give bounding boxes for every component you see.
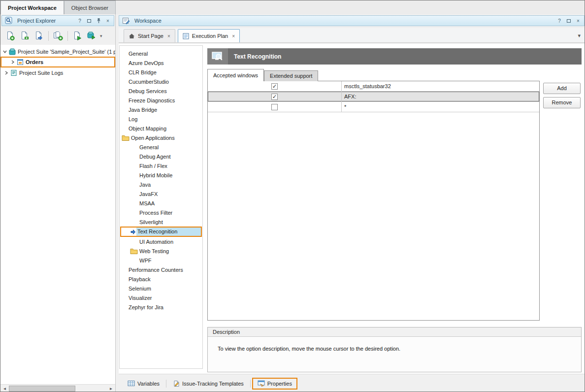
settings-item-label: Silverlight — [139, 219, 163, 225]
tab-issue-tracking-templates[interactable]: Issue-Tracking Templates — [168, 378, 249, 389]
settings-item-java-bridge[interactable]: Java Bridge — [120, 105, 202, 114]
settings-item-msaa[interactable]: MSAA — [120, 198, 202, 208]
help-button[interactable]: ? — [76, 17, 83, 25]
pin-button[interactable] — [95, 17, 102, 25]
tab-project-workspace-label: Project Workspace — [8, 5, 57, 11]
execution-plan-icon — [183, 33, 189, 39]
settings-item-performance-counters[interactable]: Performance Counters — [120, 265, 202, 274]
window-mask-row[interactable]: ✓msctls_statusbar32 — [208, 81, 539, 92]
settings-item-object-mapping[interactable]: Object Mapping — [120, 124, 202, 133]
settings-item-text-recognition[interactable]: Text Recognition — [120, 227, 202, 237]
window-mask-row[interactable]: ✓AFX: — [208, 92, 539, 102]
close-panel-button[interactable]: × — [575, 17, 582, 25]
settings-item-label: Flash / Flex — [139, 163, 167, 169]
settings-item-visualizer[interactable]: Visualizer — [120, 293, 202, 302]
doc-tab-execution-plan[interactable]: Execution Plan × — [178, 29, 240, 42]
tab-properties-label: Properties — [267, 381, 292, 387]
settings-item-cucumberstudio[interactable]: CucumberStudio — [120, 77, 202, 86]
settings-item-open-applications[interactable]: Open Applications — [120, 133, 202, 142]
settings-item-silverlight[interactable]: Silverlight — [120, 217, 202, 227]
close-tab-icon[interactable]: × — [232, 33, 235, 39]
settings-item-playback[interactable]: Playback — [120, 274, 202, 284]
add-existing-item-button[interactable] — [52, 30, 65, 42]
mask-checkbox[interactable]: ✓ — [271, 94, 278, 100]
tab-extended-support[interactable]: Extended support — [264, 70, 318, 81]
settings-item-hybrid-mobile[interactable]: Hybrid Mobile — [120, 170, 202, 180]
accepted-windows-table[interactable]: ✓msctls_statusbar32✓AFX:* — [207, 81, 540, 321]
tab-accepted-windows[interactable]: Accepted windows — [207, 69, 264, 81]
expand-collapse-icon[interactable] — [3, 70, 10, 75]
project-icon — [17, 59, 24, 65]
mask-text-cell[interactable]: AFX: — [342, 92, 539, 101]
settings-item-javafx[interactable]: JavaFX — [120, 189, 202, 198]
scrollbar-thumb[interactable] — [9, 386, 75, 392]
settings-item-label: Azure DevOps — [129, 60, 164, 66]
settings-item-web-testing[interactable]: Web Testing — [120, 246, 202, 256]
settings-item-clr-bridge[interactable]: CLR Bridge — [120, 67, 202, 77]
settings-item-debug-services[interactable]: Debug Services — [120, 86, 202, 96]
add-new-project-button[interactable] — [18, 30, 31, 42]
application-window: Project Workspace Object Browser Project… — [0, 0, 585, 392]
settings-tree: GeneralAzure DevOpsCLR BridgeCucumberStu… — [119, 45, 203, 369]
workspace-panel: Workspace ? × Start Page × Execution Pla… — [119, 14, 585, 392]
remove-button[interactable]: Remove — [543, 97, 581, 108]
doc-tab-start-page[interactable]: Start Page × — [124, 29, 175, 42]
settings-item-freeze-diagnostics[interactable]: Freeze Diagnostics — [120, 96, 202, 105]
settings-item-general[interactable]: General — [120, 49, 202, 58]
help-button[interactable]: ? — [556, 17, 563, 25]
tab-list-dropdown-icon[interactable]: ▾ — [578, 33, 581, 39]
close-tab-icon[interactable]: × — [167, 33, 170, 39]
add-button[interactable]: Add — [543, 83, 581, 94]
settings-item-label: MSAA — [139, 200, 155, 206]
run-project-icon — [72, 31, 82, 41]
mask-checkbox[interactable]: ✓ — [271, 83, 278, 90]
settings-item-wpf[interactable]: WPF — [120, 256, 202, 265]
settings-item-label: Zephyr for Jira — [129, 304, 163, 310]
expand-collapse-icon[interactable] — [1, 49, 8, 54]
tab-project-workspace[interactable]: Project Workspace — [0, 0, 64, 14]
settings-item-ui-automation[interactable]: UI Automation — [120, 237, 202, 246]
settings-item-general[interactable]: General — [120, 142, 202, 152]
window-mask-row[interactable]: * — [208, 102, 539, 112]
tab-properties[interactable]: Properties — [252, 378, 297, 390]
settings-item-label: CLR Bridge — [129, 69, 157, 75]
open-file-button[interactable] — [32, 30, 45, 42]
mask-text-cell[interactable]: * — [342, 102, 539, 112]
tab-object-browser[interactable]: Object Browser — [64, 0, 116, 14]
float-window-button[interactable] — [86, 17, 93, 25]
new-suite-icon — [5, 31, 15, 41]
tree-item-orders[interactable]: Orders — [0, 57, 115, 67]
settings-item-label: WPF — [139, 258, 151, 263]
tree-item-project-suite-logs[interactable]: Project Suite Logs — [0, 68, 115, 77]
tree-item-label: Project Suite 'Sample_Project_Suite' (1 … — [18, 49, 115, 55]
scroll-left-arrow-icon[interactable]: ◄ — [0, 385, 9, 392]
run-project-suite-button[interactable] — [85, 30, 98, 42]
scroll-right-arrow-icon[interactable]: ► — [107, 385, 115, 392]
mask-checkbox[interactable] — [271, 104, 278, 110]
folder-icon — [122, 134, 130, 141]
tree-item-project-suite[interactable]: Project Suite 'Sample_Project_Suite' (1 … — [0, 47, 115, 56]
settings-item-java[interactable]: Java — [120, 180, 202, 189]
run-project-button[interactable] — [71, 30, 84, 42]
horizontal-scrollbar[interactable]: ◄ ► — [0, 384, 115, 392]
float-window-button[interactable] — [565, 17, 572, 25]
settings-item-label: Visualizer — [129, 295, 152, 301]
project-explorer-panel: Project Explorer ? × ▾ Project Suite 'Sa… — [0, 14, 116, 392]
settings-item-flash-flex[interactable]: Flash / Flex — [120, 161, 202, 170]
settings-item-zephyr-for-jira[interactable]: Zephyr for Jira — [120, 302, 202, 312]
tab-variables[interactable]: Variables — [123, 378, 164, 389]
settings-item-log[interactable]: Log — [120, 114, 202, 124]
mask-text-cell[interactable]: msctls_statusbar32 — [342, 81, 539, 91]
settings-item-debug-agent[interactable]: Debug Agent — [120, 152, 202, 161]
mask-checkbox-cell: ✓ — [208, 92, 342, 101]
settings-item-label: UI Automation — [139, 239, 173, 245]
expand-collapse-icon[interactable] — [9, 60, 16, 65]
settings-item-process-filter[interactable]: Process Filter — [120, 208, 202, 217]
toolbar-dropdown-caret-icon[interactable]: ▾ — [100, 33, 102, 38]
add-new-project-suite-button[interactable] — [4, 30, 17, 42]
doc-tab-label: Execution Plan — [192, 33, 228, 39]
settings-item-azure-devops[interactable]: Azure DevOps — [120, 58, 202, 67]
settings-item-selenium[interactable]: Selenium — [120, 284, 202, 293]
run-suite-icon — [87, 31, 97, 41]
close-panel-button[interactable]: × — [104, 17, 111, 25]
